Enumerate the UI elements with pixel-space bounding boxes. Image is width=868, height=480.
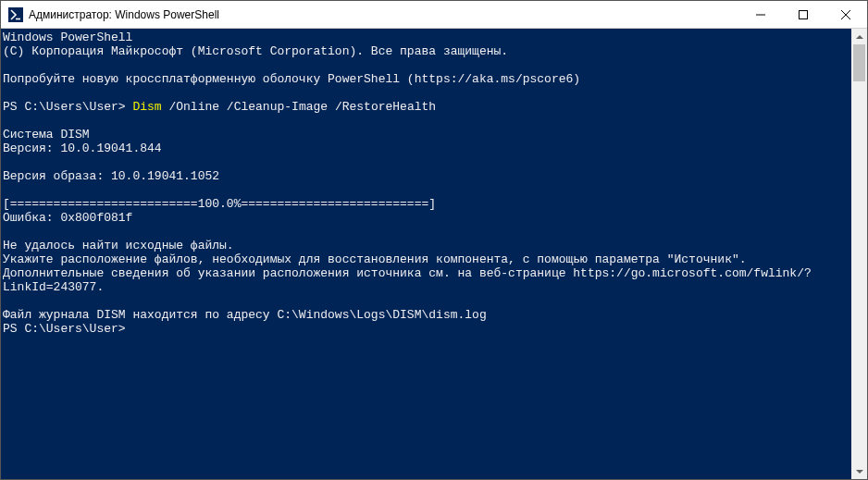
maximize-button[interactable] xyxy=(782,1,825,28)
terminal-output[interactable]: Windows PowerShell (С) Корпорация Майкро… xyxy=(1,29,851,479)
scrollbar-thumb[interactable] xyxy=(853,44,865,81)
titlebar[interactable]: Администратор: Windows PowerShell xyxy=(1,1,867,29)
out-line: Версия: 10.0.19041.844 xyxy=(3,142,162,155)
chevron-up-icon xyxy=(856,33,863,41)
out-line: Ошибка: 0x800f081f xyxy=(3,211,132,225)
out-line: Попробуйте новую кроссплатформенную обол… xyxy=(3,72,580,86)
window-title: Администратор: Windows PowerShell xyxy=(29,8,219,21)
out-line: Укажите расположение файлов, необходимых… xyxy=(3,252,812,294)
scroll-up-button[interactable] xyxy=(851,29,867,44)
out-line: (С) Корпорация Майкрософт (Microsoft Cor… xyxy=(3,44,508,58)
client-area: Windows PowerShell (С) Корпорация Майкро… xyxy=(1,29,867,479)
chevron-down-icon xyxy=(856,468,863,475)
command-name: Dism xyxy=(132,100,161,114)
minimize-button[interactable] xyxy=(739,1,782,28)
out-line: Windows PowerShell xyxy=(3,31,132,44)
close-icon xyxy=(841,10,850,19)
svg-rect-2 xyxy=(800,10,808,18)
powershell-icon xyxy=(8,7,23,22)
minimize-icon xyxy=(756,10,765,19)
vertical-scrollbar[interactable] xyxy=(851,29,867,479)
maximize-icon xyxy=(799,10,808,19)
out-line: Файл журнала DISM находится по адресу C:… xyxy=(3,308,487,322)
out-line: Не удалось найти исходные файлы. xyxy=(3,239,234,252)
window-controls xyxy=(739,1,867,28)
scrollbar-track[interactable] xyxy=(851,44,867,463)
powershell-window: Администратор: Windows PowerShell Window… xyxy=(0,0,868,480)
out-line: Версия образа: 10.0.19041.1052 xyxy=(3,169,219,183)
out-line: [==========================100.0%=======… xyxy=(3,197,436,211)
scroll-down-button[interactable] xyxy=(851,463,867,479)
close-button[interactable] xyxy=(825,1,867,28)
prompt-line: PS C:\Users\User> xyxy=(3,322,126,336)
out-line: Cистема DISM xyxy=(3,128,90,142)
prompt-prefix: PS C:\Users\User> xyxy=(3,100,132,114)
command-args: /Online /Cleanup-Image /RestoreHealth xyxy=(162,100,436,114)
